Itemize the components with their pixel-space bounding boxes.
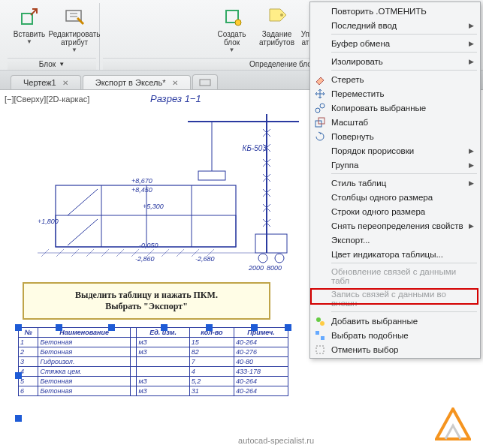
new-tab-button[interactable]: [192, 74, 218, 89]
create-block-icon: [220, 5, 244, 29]
chevron-down-icon: ▼: [26, 38, 32, 45]
menu-add-selected[interactable]: Добавить выбранные: [310, 314, 480, 328]
selection-grip[interactable]: [56, 324, 62, 331]
erase-icon: [313, 74, 327, 86]
menu-separator: [331, 52, 477, 53]
submenu-arrow-icon: ▶: [469, 40, 474, 47]
elevation-label: +8,450: [131, 186, 152, 194]
selection-grip[interactable]: [251, 324, 258, 331]
selection-grip[interactable]: [161, 324, 168, 331]
edit-attribute-button[interactable]: Редактировать атрибут ▼: [53, 3, 96, 55]
menu-repeat[interactable]: Повторить .ОТМЕНИТЬ: [310, 4, 480, 18]
svg-point-4: [280, 14, 283, 17]
svg-point-47: [315, 108, 320, 113]
dimension-labels: 2000 8000: [249, 264, 282, 272]
selection-grip[interactable]: [15, 372, 22, 379]
menu-update-links: Обновление связей с данными табл: [310, 265, 480, 287]
selection-grip[interactable]: [15, 324, 22, 331]
menu-cols-equal[interactable]: Столбцы одного размера: [310, 190, 480, 204]
svg-point-3: [235, 20, 241, 26]
svg-rect-7: [200, 80, 210, 86]
ribbon-group-title-block[interactable]: Блок ▼: [8, 58, 96, 70]
elevation-label: +1,800: [38, 218, 59, 225]
tab-export-excel[interactable]: Экспорт в Эксель* ✕: [83, 75, 191, 89]
menu-separator: [331, 263, 477, 263]
set-attributes-label: Задание атрибутов: [257, 30, 297, 47]
menu-table-style[interactable]: Стиль таблиц▶: [310, 176, 480, 190]
menu-clipboard[interactable]: Буфер обмена▶: [310, 36, 480, 50]
chevron-down-icon: ▼: [71, 47, 77, 53]
menu-separator: [331, 173, 477, 174]
copy-icon: [313, 102, 327, 114]
svg-point-52: [320, 321, 325, 326]
chevron-down-icon: ▼: [59, 61, 65, 68]
specification-table[interactable]: №НаименованиеЕд. изм.кол-воПримеч.1Бетон…: [18, 327, 288, 396]
submenu-arrow-icon: ▶: [469, 161, 474, 169]
svg-rect-55: [316, 346, 324, 353]
svg-rect-44: [255, 234, 287, 253]
svg-point-45: [258, 254, 267, 263]
elevation-label: +5,300: [143, 203, 164, 210]
menu-indicator-color[interactable]: Цвет индикатора таблицы...: [310, 247, 480, 261]
add-selected-icon: [313, 315, 327, 327]
ribbon-group-block: Вставить ▼ Редактировать атрибут ▼ Блок …: [5, 3, 100, 70]
submenu-arrow-icon: ▶: [469, 222, 474, 230]
menu-rows-equal[interactable]: Строки одного размера: [310, 204, 480, 218]
menu-write-links: Запись связей с данными во внешн: [310, 287, 480, 310]
menu-isolate[interactable]: Изолировать▶: [310, 54, 480, 68]
menu-separator: [331, 311, 477, 312]
create-block-button[interactable]: Создать блок ▼: [210, 3, 254, 55]
select-similar-icon: [313, 329, 327, 341]
crane-label: КБ-503: [243, 144, 267, 152]
selected-table[interactable]: №НаименованиеЕд. изм.кол-воПримеч.1Бетон…: [18, 327, 288, 432]
set-attributes-button[interactable]: Задание атрибутов: [255, 3, 299, 55]
close-icon[interactable]: ✕: [172, 79, 178, 87]
menu-group[interactable]: Группа▶: [310, 158, 480, 172]
create-block-label: Создать блок: [212, 30, 252, 47]
elevation-label: -2,680: [195, 255, 215, 263]
menu-scale[interactable]: Масштаб: [310, 115, 480, 129]
edit-attribute-label: Редактировать атрибут: [48, 30, 100, 47]
menu-last-input[interactable]: Последний ввод▶: [310, 18, 480, 32]
plus-tab-icon: [199, 79, 211, 86]
menu-erase[interactable]: Стереть: [310, 72, 480, 86]
menu-draw-order[interactable]: Порядок прорисовки▶: [310, 143, 480, 158]
selection-grip[interactable]: [108, 324, 115, 331]
submenu-arrow-icon: ▶: [469, 58, 474, 65]
selection-grip[interactable]: [206, 324, 213, 331]
elevation-label: -0,050: [139, 242, 158, 249]
svg-rect-8: [56, 185, 236, 247]
tab-drawing1[interactable]: Чертеж1 ✕: [11, 75, 81, 89]
view-controls-label[interactable]: [−][Сверху][2D-каркас]: [5, 95, 89, 104]
move-icon: [313, 88, 327, 100]
close-icon[interactable]: ✕: [62, 79, 68, 87]
submenu-arrow-icon: ▶: [469, 147, 474, 155]
elevation-label: -2,860: [135, 255, 155, 263]
chevron-down-icon: ▼: [229, 47, 235, 53]
svg-rect-54: [321, 336, 325, 340]
tag-icon: [265, 5, 289, 29]
selection-grip[interactable]: [285, 324, 291, 331]
insert-button[interactable]: Вставить ▼: [8, 3, 51, 55]
menu-export[interactable]: Экспорт...: [310, 233, 480, 247]
menu-deselect[interactable]: Отменить выбор: [310, 342, 480, 356]
svg-point-48: [320, 104, 325, 108]
context-menu: Повторить .ОТМЕНИТЬ Последний ввод▶ Буфе…: [309, 2, 481, 359]
submenu-arrow-icon: ▶: [469, 179, 474, 187]
insert-label: Вставить: [14, 30, 45, 38]
elevation-label: +8,670: [131, 177, 152, 185]
edit-attribute-icon: [62, 5, 86, 29]
menu-select-similar[interactable]: Выбрать подобные: [310, 328, 480, 342]
svg-rect-53: [315, 331, 319, 335]
menu-remove-overrides[interactable]: Снять переопределения свойств▶: [310, 218, 480, 233]
deselect-icon: [313, 344, 327, 356]
menu-move[interactable]: Переместить: [310, 86, 480, 101]
scale-icon: [313, 116, 327, 128]
selection-grip[interactable]: [15, 415, 22, 422]
svg-point-51: [316, 317, 321, 322]
insert-icon: [17, 5, 41, 29]
menu-copy-selected[interactable]: Копировать выбранные: [310, 101, 480, 115]
menu-separator: [331, 34, 477, 35]
menu-rotate[interactable]: Повернуть: [310, 129, 480, 143]
section-title: Разрез 1−1: [150, 93, 201, 104]
